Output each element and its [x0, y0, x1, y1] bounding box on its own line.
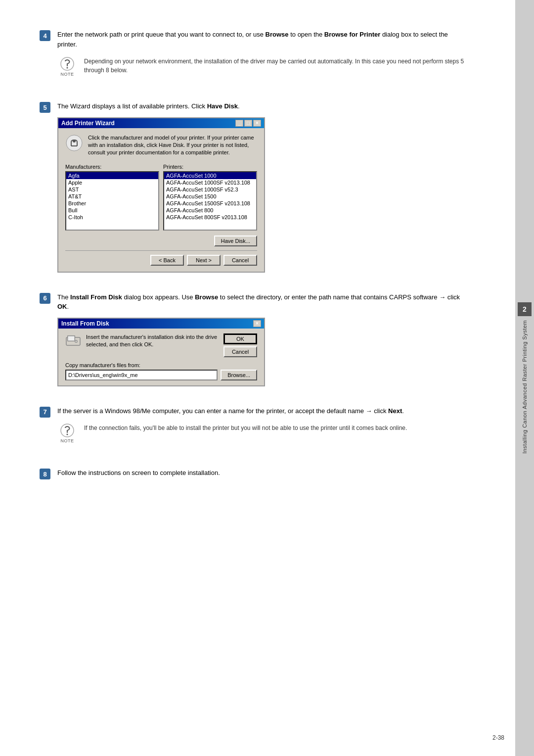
- step-6-text-after: click: [445, 293, 460, 301]
- dialog-nav-buttons: < Back Next > Cancel: [65, 250, 257, 266]
- step-6-text: The Install From Disk dialog box appears…: [57, 292, 466, 312]
- list-item[interactable]: AT&T: [66, 193, 158, 200]
- manufacturers-listbox[interactable]: Agfa Apple AST AT&T Brother Bull C-Itoh: [65, 171, 159, 231]
- dialog-columns: Manufacturers: Agfa Apple AST AT&T Broth…: [65, 164, 257, 231]
- list-item[interactable]: AGFA-AccuSet 1000SF v52.3: [164, 186, 256, 193]
- printers-label: Printers:: [163, 164, 257, 170]
- svg-point-3: [73, 140, 76, 142]
- list-item[interactable]: AGFA-AccuSet 1000SF v2013.108: [164, 179, 256, 186]
- install-dialog-body: Insert the manufacturer's installation d…: [58, 329, 264, 385]
- back-button[interactable]: < Back: [150, 255, 184, 266]
- step-6-bold3: OK: [57, 303, 67, 310]
- note-4-text: Depending on your network environment, t…: [84, 57, 466, 75]
- install-path-label: Copy manufacturer's files from:: [65, 362, 257, 368]
- step-4-text: Enter the network path or print queue th…: [57, 30, 466, 49]
- step-8-content: Follow the instructions on screen to com…: [57, 468, 466, 483]
- have-disk-button[interactable]: Have Disk...: [214, 236, 257, 246]
- browse-button[interactable]: Browse...: [221, 370, 257, 380]
- install-ok-button[interactable]: OK: [223, 333, 257, 344]
- note-7-icon-wrap: NOTE: [57, 424, 77, 443]
- step-5-text-after: .: [238, 102, 240, 110]
- list-item[interactable]: Agfa: [66, 172, 158, 179]
- list-item[interactable]: AGFA-AccuSet 1500SF v2013.108: [164, 200, 256, 207]
- list-item[interactable]: Apple: [66, 179, 158, 186]
- dialog-titlebar: Add Printer Wizard _ □ ×: [58, 118, 264, 128]
- step-6-number: 6: [40, 293, 50, 304]
- printers-listbox[interactable]: AGFA-AccuSet 1000 AGFA-AccuSet 1000SF v2…: [163, 171, 257, 231]
- svg-point-11: [67, 434, 68, 435]
- titlebar-buttons: _ □ ×: [235, 120, 261, 127]
- step-7-text-after: click: [372, 407, 389, 415]
- step-7-main-text: If the server is a Windows 98/Me compute…: [57, 407, 366, 415]
- step-7-text-end: .: [402, 407, 404, 415]
- step-8-text: Follow the instructions on screen to com…: [57, 468, 466, 478]
- note-icon: [60, 57, 74, 71]
- minimize-btn[interactable]: _: [235, 120, 243, 127]
- install-dialog-title: Install From Disk: [61, 320, 109, 327]
- note-7-icon: [60, 424, 74, 437]
- step-6-text-mid2: to select the directory, or enter the pa…: [218, 293, 439, 301]
- add-printer-wizard-dialog: Add Printer Wizard _ □ ×: [57, 117, 265, 273]
- step-6-arrow: →: [439, 293, 445, 301]
- list-item[interactable]: AGFA-AccuSet 1500: [164, 193, 256, 200]
- note-7-text: If the connection fails, you'll be able …: [84, 424, 407, 432]
- list-item[interactable]: Bull: [66, 207, 158, 214]
- install-dialog-titlebar: Install From Disk ×: [58, 319, 264, 329]
- install-path-section: Copy manufacturer's files from: Browse..…: [65, 362, 257, 380]
- step-4-number: 4: [40, 30, 50, 41]
- sidebar: 2 Installing Canon Advanced Raster Print…: [515, 0, 534, 756]
- step-5: 5 The Wizard displays a list of availabl…: [40, 101, 466, 279]
- next-button[interactable]: Next >: [187, 255, 221, 266]
- close-btn[interactable]: ×: [253, 120, 261, 127]
- step-7-number: 7: [40, 407, 50, 418]
- list-item[interactable]: Brother: [66, 200, 158, 207]
- step-6-bold2: Browse: [195, 293, 218, 301]
- step-6-text-before: The: [57, 293, 70, 301]
- install-path-input-wrap: Browse...: [65, 370, 257, 380]
- drive-icon: [65, 333, 81, 347]
- note-7-label: NOTE: [60, 438, 74, 443]
- cancel-button[interactable]: Cancel: [223, 255, 257, 266]
- install-instruction-row: Insert the manufacturer's installation d…: [65, 333, 257, 357]
- step-5-content: The Wizard displays a list of available …: [57, 101, 466, 279]
- step-4-text-before: Enter the network path or print queue th…: [57, 31, 266, 38]
- step-5-text: The Wizard displays a list of available …: [57, 101, 466, 111]
- printers-col: Printers: AGFA-AccuSet 1000 AGFA-AccuSet…: [163, 164, 257, 231]
- path-input[interactable]: [65, 370, 218, 380]
- install-instruction-text: Insert the manufacturer's installation d…: [86, 333, 219, 349]
- note-4-box: NOTE Depending on your network environme…: [57, 54, 466, 80]
- note-7-box: NOTE If the connection fails, you'll be …: [57, 421, 466, 446]
- step-6-bold1: Install From Disk: [70, 293, 122, 301]
- step-7-content: If the server is a Windows 98/Me compute…: [57, 406, 466, 455]
- step-5-number: 5: [40, 102, 50, 113]
- list-item[interactable]: AGFA-AccuSet 800: [164, 207, 256, 214]
- svg-point-1: [67, 67, 68, 69]
- dialog-body: Click the manufacturer and model of your…: [58, 128, 264, 272]
- list-item[interactable]: AGFA-AccuSet 1000: [164, 172, 256, 179]
- svg-rect-7: [68, 336, 74, 340]
- step-7-bold: Next: [388, 407, 402, 415]
- install-ok-cancel-buttons: OK Cancel: [223, 333, 257, 357]
- maximize-btn[interactable]: □: [244, 120, 252, 127]
- list-item[interactable]: AGFA-AccuSet 800SF v2013.108: [164, 214, 256, 221]
- step-5-bold1: Have Disk: [207, 102, 238, 110]
- note-4-icon-wrap: NOTE: [57, 57, 77, 77]
- note-label: NOTE: [60, 72, 74, 77]
- svg-point-9: [76, 340, 77, 342]
- dialog-intro-text: Click the manufacturer and model of your…: [88, 134, 257, 157]
- list-item[interactable]: C-Itoh: [66, 214, 158, 221]
- sidebar-chapter-text: Installing Canon Advanced Raster Printin…: [522, 320, 528, 454]
- step-6: 6 The Install From Disk dialog box appea…: [40, 292, 466, 392]
- printer-wizard-icon: [65, 134, 83, 152]
- step-4-text-mid: to open the: [289, 31, 324, 38]
- install-cancel-button[interactable]: Cancel: [223, 346, 257, 357]
- step-6-text-end: .: [67, 303, 69, 310]
- step-4-bold2: Browse for Printer: [324, 31, 380, 38]
- step-6-text-mid: dialog box appears. Use: [122, 293, 195, 301]
- step-4-content: Enter the network path or print queue th…: [57, 30, 466, 88]
- step-7: 7 If the server is a Windows 98/Me compu…: [40, 406, 466, 455]
- step-6-content: The Install From Disk dialog box appears…: [57, 292, 466, 392]
- install-close-btn[interactable]: ×: [253, 320, 261, 327]
- list-item[interactable]: AST: [66, 186, 158, 193]
- install-from-disk-dialog: Install From Disk ×: [57, 318, 265, 386]
